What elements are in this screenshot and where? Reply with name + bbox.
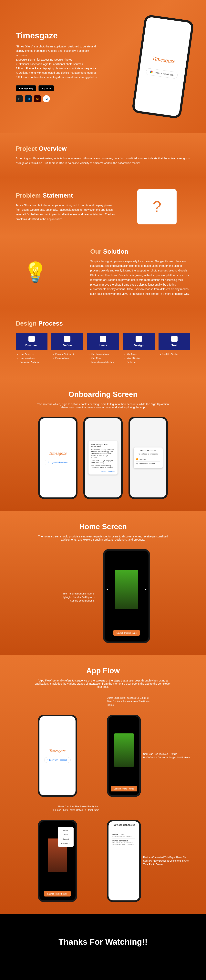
overview-text: According to official estimates, India i… <box>16 156 190 165</box>
design-section: Design Process DiscoverUser ResearchUser… <box>0 308 206 379</box>
onboarding-heading: Onboarding Screen <box>16 390 190 399</box>
problem-heading: Problem Statement <box>16 192 116 199</box>
menu-item[interactable]: Device <box>58 833 73 837</box>
process-title: Test <box>171 344 177 347</box>
google-icon <box>150 70 153 73</box>
menu-item[interactable]: Support <box>58 837 73 841</box>
logo: Timesgaze <box>49 749 65 753</box>
process-items: User ResearchUser InterviewsCompetitor A… <box>16 350 48 367</box>
footer-text: Thanks For Watching!! <box>0 937 206 947</box>
process-step-icon <box>100 336 106 342</box>
process-card: IdeateUser Journey MapUser FlowInformati… <box>87 333 119 367</box>
problem-text: Times Glass is a photo frame application… <box>16 203 116 222</box>
process-item: User Research <box>17 352 46 356</box>
bulb-illustration: 💡 <box>16 255 55 290</box>
google-play-badge[interactable]: ▶ Google Play <box>16 85 36 91</box>
device-list: realme 11 proM0M3KCMU - 1.10e8e971Device… <box>110 830 137 849</box>
process-item: User Flow <box>89 356 117 360</box>
tool-icons: F Ps Ai ◢ <box>16 95 128 102</box>
launch-frame-button[interactable]: Launch Photo Frame <box>44 891 70 897</box>
process-items: WireframeVisual DesignPrototype <box>123 350 155 367</box>
dialog-cancel-button[interactable]: Cancel <box>101 470 106 472</box>
photo-preview <box>115 570 138 609</box>
process-head: Design <box>123 333 155 350</box>
menu-item[interactable]: Notification <box>58 841 73 846</box>
account-option[interactable]: 🟠 Prateek S <box>136 457 160 461</box>
onboarding-text: The screens which, Sign In option enable… <box>34 402 172 409</box>
process-step-icon <box>29 336 35 342</box>
solution-text: Simplify the sign-in process, especially… <box>90 259 190 296</box>
flow-heading: App Flow <box>16 667 190 675</box>
process-head: Ideate <box>87 333 119 350</box>
solution-section: 💡 Our Solution Simplify the sign-in proc… <box>0 236 206 308</box>
process-card: DefineProblem StatementEmpathy Map <box>51 333 83 367</box>
app-store-badge[interactable]: App Store <box>38 85 54 91</box>
process-step-icon <box>171 336 177 342</box>
device-item[interactable]: Device ConnectedM0M3KCMU - 1.10e8e971101… <box>112 839 136 847</box>
process-title: Design <box>134 344 144 347</box>
problem-section: Problem Statement Times Glass is a photo… <box>0 177 206 236</box>
flow-caption-1: Users Login With Facebook Or Gmail Id Th… <box>107 696 154 707</box>
process-item: Competitor Analysis <box>17 360 46 364</box>
device-item[interactable]: realme 11 proM0M3KCMU - 1.10e8e971 <box>112 832 136 839</box>
photoshop-icon: Ps <box>25 95 32 102</box>
flow-caption-2: User Can See The Menu Details ProfileDev… <box>143 752 190 759</box>
process-item: Problem Statement <box>53 352 81 356</box>
login-facebook-button[interactable]: f Login with Facebook <box>45 460 71 465</box>
flow-phone-2: Launch Photo Frame <box>107 714 141 797</box>
dialog-continue-button[interactable]: Continue <box>108 470 115 472</box>
flow-text: "App Flow" generally refers to sequence … <box>34 679 172 688</box>
overview-section: Project Overview According to official e… <box>0 133 206 177</box>
flutter-icon: ◢ <box>43 95 50 102</box>
home-heading: Home Screen <box>16 523 190 531</box>
hero-description: "Times Glass" is a photo frame applicati… <box>16 44 98 80</box>
process-item: Empathy Map <box>53 356 81 360</box>
process-items: Usability Testing <box>158 350 190 359</box>
menu-item[interactable]: Profile <box>58 828 73 833</box>
process-item: User Interviews <box>17 356 46 360</box>
home-section: Home Screen The home screen should provi… <box>0 511 206 655</box>
process-card: DesignWireframeVisual DesignPrototype <box>123 333 155 367</box>
process-title: Define <box>63 344 72 347</box>
photo-preview <box>114 733 134 767</box>
login-facebook-button[interactable]: f Login with Facebook <box>44 757 70 763</box>
illustrator-icon: Ai <box>34 95 41 102</box>
continue-google-button[interactable]: Continue with Google <box>145 68 178 79</box>
launch-frame-button[interactable]: Launch Photo Frame <box>111 786 137 791</box>
process-item: Usability Testing <box>160 352 189 356</box>
onboard-phone-1: Timesgaze f Login with Facebook <box>38 417 78 499</box>
flow-caption-3: Users Can See The Photos Family And Laun… <box>52 805 99 812</box>
footer-section: Thanks For Watching!! <box>0 914 206 970</box>
solution-heading: Our Solution <box>90 248 190 255</box>
process-step-icon <box>136 336 142 342</box>
onboard-phone-2: Make sure you trust TimesGlass You may b… <box>83 417 123 499</box>
process-card: TestUsability Testing <box>158 333 190 367</box>
onboard-phone-3: Choose an account to continue to timesga… <box>128 417 168 499</box>
google-trust-dialog: Make sure you trust TimesGlass You may b… <box>88 441 118 474</box>
devices-title: Devices Connected <box>113 824 135 826</box>
flow-phone-3: Launch Photo Frame ProfileDeviceSupportN… <box>38 820 77 902</box>
process-item: Visual Design <box>125 356 153 360</box>
home-caption: The Trending Designer Section Highlights… <box>56 592 95 603</box>
process-head: Discover <box>16 333 48 350</box>
hero-phone-mockup: Timesgaze Continue with Google <box>131 14 194 119</box>
process-card: DiscoverUser ResearchUser InterviewsComp… <box>16 333 48 367</box>
process-title: Ideate <box>99 344 107 347</box>
home-phone: ◀ ▶ Launch Photo Frame <box>103 549 150 643</box>
flow-phone-1: Timesgaze f Login with Facebook <box>38 714 77 797</box>
hero-section: Timesgaze "Times Glass" is a photo frame… <box>0 0 206 133</box>
add-account-option[interactable]: ➕ Add another account <box>136 461 160 466</box>
next-arrow-icon[interactable]: ▶ <box>145 589 147 590</box>
home-text: The home screen should provide a seamles… <box>34 535 172 541</box>
flow-section: App Flow "App Flow" generally refers to … <box>0 655 206 914</box>
overview-heading: Project Overview <box>16 145 190 152</box>
logo: Timesgaze <box>49 450 67 456</box>
onboarding-section: Onboarding Screen The screens which, Sig… <box>0 379 206 511</box>
process-item: Prototype <box>125 360 153 364</box>
prev-arrow-icon[interactable]: ◀ <box>107 589 108 590</box>
menu-popup: ProfileDeviceSupportNotification <box>58 827 73 847</box>
logo: Timesgaze <box>152 55 176 65</box>
process-step-icon <box>64 336 70 342</box>
launch-frame-button[interactable]: Launch Photo Frame <box>113 630 140 636</box>
process-title: Discover <box>25 344 38 347</box>
